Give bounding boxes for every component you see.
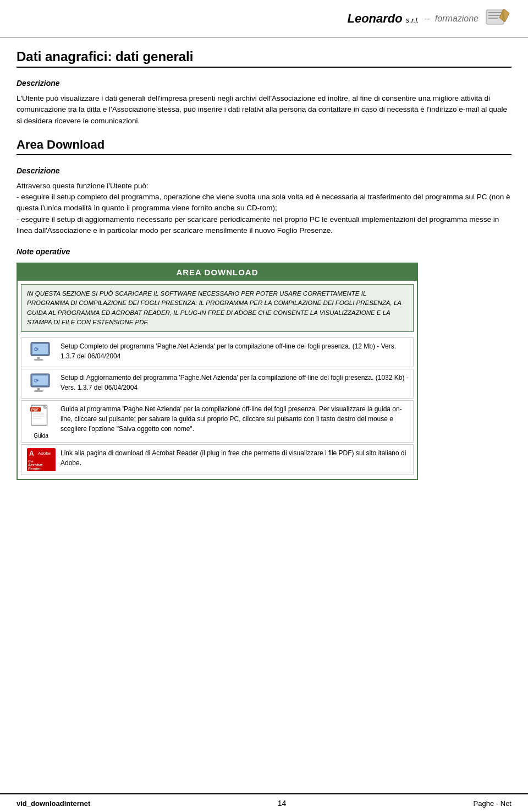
footer-brand: Paghe - Net — [474, 799, 512, 808]
section2-title: Area Download — [16, 138, 512, 155]
header-formazione: formazione — [435, 14, 479, 24]
section-dati-anagrafici: Dati anagrafici: dati generali Descrizio… — [16, 49, 512, 127]
header-logo-icon — [485, 6, 512, 32]
svg-rect-10 — [34, 359, 43, 361]
section1-body: L'Utente può visualizzare i dati general… — [16, 93, 512, 127]
screenshot-rows: ⟳ Setup Completo del programma 'Paghe.Ne… — [18, 335, 417, 479]
section1-title: Dati anagrafici: dati generali — [16, 49, 512, 68]
computer-icon: ⟳ — [30, 373, 53, 395]
section2-body: Attraverso questa funzione l'Utente può:… — [16, 181, 512, 236]
screenshot-box: AREA DOWNLOAD IN QUESTA SEZIONE SI PUÒ S… — [16, 263, 418, 480]
svg-rect-22 — [32, 418, 41, 418]
row1-text: Setup Completo del programma 'Paghe.Net … — [61, 341, 409, 361]
svg-text:Acrobat: Acrobat — [28, 463, 43, 467]
svg-rect-20 — [32, 413, 44, 414]
page-footer: vid_downloadinternet 14 Paghe - Net — [0, 793, 528, 812]
page-header: Leonardo s.r.l. – formazione — [0, 0, 528, 38]
screenshot-intro-text: IN QUESTA SEZIONE SI PUÒ SCARICARE IL SO… — [21, 284, 414, 332]
section-area-download: Area Download Descrizione Attraverso que… — [16, 138, 512, 480]
row3-text: Guida al programma 'Paghe.Net Azienda' p… — [61, 404, 409, 434]
row4-text: Link alla pagina di download di Acrobat … — [61, 448, 409, 468]
acrobat-reader-icon: A Get Acrobat Reader Adobe — [27, 448, 56, 471]
table-row: ⟳ Setup di Aggiornamento del programma '… — [21, 369, 414, 399]
svg-rect-2 — [488, 15, 502, 16]
svg-rect-21 — [32, 416, 44, 416]
table-row: PDF Guida Guida al programma 'Paghe.Net … — [21, 400, 414, 443]
svg-text:⟳: ⟳ — [34, 346, 39, 352]
table-row: A Get Acrobat Reader Adobe Link alla pag… — [21, 444, 414, 475]
svg-text:Adobe: Adobe — [37, 451, 51, 456]
pc-icon-2: ⟳ — [26, 373, 56, 395]
header-dash: – — [425, 14, 430, 24]
screenshot-header-bar: AREA DOWNLOAD — [18, 264, 417, 281]
page-content: Dati anagrafici: dati generali Descrizio… — [0, 38, 528, 510]
svg-rect-3 — [488, 18, 498, 19]
pdf-document-icon: PDF — [30, 404, 53, 432]
footer-vid: vid_downloadinternet — [16, 799, 90, 808]
svg-text:Reader: Reader — [28, 467, 41, 471]
svg-text:A: A — [29, 450, 34, 457]
svg-text:PDF: PDF — [31, 408, 38, 412]
pc-icon-1: ⟳ — [26, 341, 56, 363]
section1-descrizione-label: Descrizione — [16, 79, 512, 88]
footer-page-number: 14 — [278, 799, 287, 808]
svg-rect-15 — [34, 390, 43, 392]
pdf-icon: PDF Guida — [26, 404, 56, 439]
svg-rect-14 — [37, 388, 40, 390]
table-row: ⟳ Setup Completo del programma 'Paghe.Ne… — [21, 337, 414, 367]
computer-icon: ⟳ — [30, 341, 53, 363]
acrobat-icon: A Get Acrobat Reader Adobe — [26, 448, 56, 471]
note-operative-label: Note operative — [16, 247, 512, 256]
svg-rect-1 — [488, 12, 502, 13]
brand-name: Leonardo s.r.l. — [348, 12, 419, 26]
guida-label: Guida — [34, 433, 48, 439]
svg-rect-9 — [37, 357, 40, 359]
section2-descrizione-label: Descrizione — [16, 166, 512, 175]
row2-text: Setup di Aggiornamento del programma 'Pa… — [61, 373, 409, 393]
svg-text:⟳: ⟳ — [34, 378, 39, 384]
